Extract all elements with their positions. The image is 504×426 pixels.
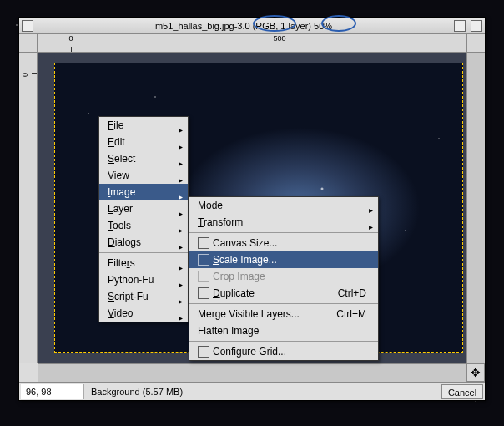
window-title: m51_hallas_big.jpg-3.0 (RGB, 1 layer) 50… [36,21,451,31]
menu-item-label: Transform [198,216,243,228]
layer-info: Background (5.57 MB) [86,387,440,397]
ruler-horizontal[interactable]: 0 500 [38,34,466,53]
menu-item-label: Mode [198,200,223,211]
ruler-tick-label: 0 [68,34,73,43]
image-submenu-item-duplicate[interactable]: DuplicateCtrl+D [189,285,378,302]
cancel-button[interactable]: Cancel [441,384,483,399]
menu-item-label: Canvas Size... [213,237,277,249]
menu-item-label: Dialogs [108,236,141,248]
ruler-tick-label: 500 [273,34,285,43]
menu-separator [189,303,378,304]
menu-item-label: Tools [108,220,131,231]
window-menu-button[interactable] [22,20,33,32]
menu-item-label: View [108,170,129,181]
menu-separator [189,341,378,342]
menu-item-label: Video [108,307,133,319]
image-window: m51_hallas_big.jpg-3.0 (RGB, 1 layer) 50… [18,17,486,401]
menu-item-label: File [108,119,123,131]
ruler-corner[interactable] [19,34,38,53]
image-submenu-item-transform[interactable]: Transform [189,214,378,231]
menu-item-label: Layer [108,203,133,215]
menu-shortcut: Ctrl+M [336,308,366,320]
maximize-button[interactable] [471,20,482,32]
menu-separator [189,232,378,233]
context-menu[interactable]: FileEditSelectViewImageLayerToolsDialogs… [98,116,189,322]
menu-separator [99,252,188,253]
ruler-corner-right [466,34,485,53]
menu-item-label: Duplicate [213,287,255,299]
scrollbar-vertical[interactable] [466,53,485,363]
menu-item-label: Filters [108,257,135,269]
menu-item-label: Configure Grid... [213,346,286,358]
cursor-coords: 96, 98 [21,384,84,399]
menu-item-label: Script-Fu [108,291,149,302]
image-submenu-item-scale-image[interactable]: Scale Image... [189,251,378,268]
menu-item-label: Merge Visible Layers... [198,308,300,320]
menu-item-label: Crop Image [213,271,265,282]
menu-item-label: Flatten Image [198,325,259,337]
menu-item-label: Image [108,186,135,198]
context-menu-item-script-fu[interactable]: Script-Fu [99,288,188,305]
context-menu-item-image[interactable]: Image [99,184,188,200]
context-menu-item-select[interactable]: Select [99,150,188,167]
menu-item-icon [198,346,209,358]
menu-item-label: Python-Fu [108,274,154,286]
image-submenu[interactable]: ModeTransformCanvas Size...Scale Image..… [189,196,379,361]
menu-item-icon [198,287,209,299]
statusbar: 96, 98 Background (5.57 MB) Cancel [19,382,485,400]
menu-item-icon [198,271,209,282]
menu-item-label: Scale Image... [213,254,277,266]
menu-item-label: Select [108,153,135,165]
image-submenu-item-canvas-size[interactable]: Canvas Size... [189,235,378,251]
menu-item-icon [198,254,209,266]
context-menu-item-video[interactable]: Video [99,305,188,322]
image-submenu-item-merge-visible-layers[interactable]: Merge Visible Layers...Ctrl+M [189,306,378,322]
context-menu-item-edit[interactable]: Edit [99,134,188,150]
context-menu-item-python-fu[interactable]: Python-Fu [99,271,188,288]
ruler-tick-label: 0 [21,73,29,77]
menu-item-label: Edit [108,136,125,148]
context-menu-item-tools[interactable]: Tools [99,217,188,234]
context-menu-item-layer[interactable]: Layer [99,200,188,217]
menu-shortcut: Ctrl+D [338,287,366,299]
titlebar[interactable]: m51_hallas_big.jpg-3.0 (RGB, 1 layer) 50… [19,18,485,34]
image-submenu-item-configure-grid[interactable]: Configure Grid... [189,343,378,360]
context-menu-item-filters[interactable]: Filters [99,255,188,271]
navigation-button[interactable]: ✥ [466,363,485,382]
ruler-vertical[interactable]: 0 [19,53,38,363]
minimize-button[interactable] [454,20,466,32]
context-menu-item-dialogs[interactable]: Dialogs [99,234,188,251]
image-submenu-item-mode[interactable]: Mode [189,197,378,214]
scrollbar-horizontal[interactable] [38,363,466,382]
image-submenu-item-flatten-image[interactable]: Flatten Image [189,322,378,339]
context-menu-item-file[interactable]: File [99,117,188,134]
context-menu-item-view[interactable]: View [99,167,188,184]
menu-item-icon [198,237,209,249]
image-submenu-item-crop-image: Crop Image [189,268,378,285]
